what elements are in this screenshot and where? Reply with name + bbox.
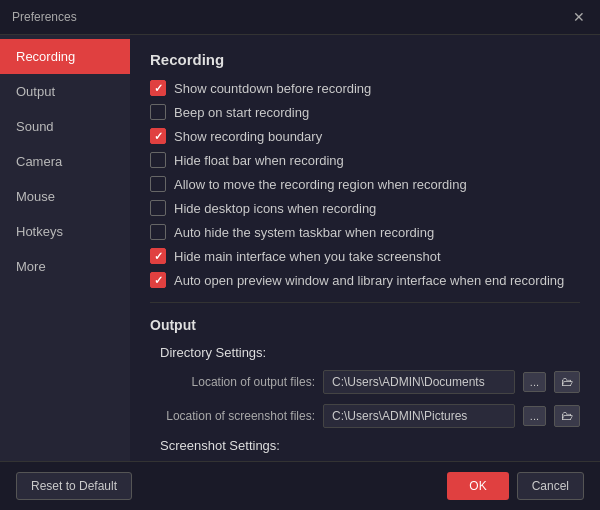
screenshot-files-label: Location of screenshot files:: [160, 409, 315, 423]
sidebar: RecordingOutputSoundCameraMouseHotkeysMo…: [0, 35, 130, 461]
output-files-folder-button[interactable]: 🗁: [554, 371, 580, 393]
checkbox-row-moveregion: Allow to move the recording region when …: [150, 176, 580, 192]
main-content: RecordingOutputSoundCameraMouseHotkeysMo…: [0, 35, 600, 461]
checkbox-moveregion[interactable]: [150, 176, 166, 192]
checkbox-row-taskbar: Auto hide the system taskbar when record…: [150, 224, 580, 240]
recording-section-title: Recording: [150, 51, 580, 68]
checkbox-label-maininterface: Hide main interface when you take screen…: [174, 249, 441, 264]
checkbox-autoopen[interactable]: [150, 272, 166, 288]
screenshot-files-input[interactable]: [323, 404, 515, 428]
sidebar-item-more[interactable]: More: [0, 249, 130, 284]
checkbox-taskbar[interactable]: [150, 224, 166, 240]
sidebar-item-hotkeys[interactable]: Hotkeys: [0, 214, 130, 249]
output-files-label: Location of output files:: [160, 375, 315, 389]
screenshot-files-row: Location of screenshot files: ... 🗁: [160, 404, 580, 428]
checkbox-label-boundary: Show recording boundary: [174, 129, 322, 144]
checkbox-boundary[interactable]: [150, 128, 166, 144]
screenshot-files-dots-button[interactable]: ...: [523, 406, 546, 426]
cancel-button[interactable]: Cancel: [517, 472, 584, 500]
output-files-dots-button[interactable]: ...: [523, 372, 546, 392]
checkbox-row-maininterface: Hide main interface when you take screen…: [150, 248, 580, 264]
directory-settings-title: Directory Settings:: [160, 345, 580, 360]
checkbox-row-boundary: Show recording boundary: [150, 128, 580, 144]
checkbox-row-countdown: Show countdown before recording: [150, 80, 580, 96]
checkbox-label-beep: Beep on start recording: [174, 105, 309, 120]
dialog-title: Preferences: [12, 10, 77, 24]
checkbox-label-desktopicons: Hide desktop icons when recording: [174, 201, 376, 216]
sidebar-item-output[interactable]: Output: [0, 74, 130, 109]
checkbox-row-autoopen: Auto open preview window and library int…: [150, 272, 580, 288]
checkbox-floatbar[interactable]: [150, 152, 166, 168]
ok-button[interactable]: OK: [447, 472, 508, 500]
sidebar-item-recording[interactable]: Recording: [0, 39, 130, 74]
close-button[interactable]: ✕: [570, 8, 588, 26]
checkbox-label-autoopen: Auto open preview window and library int…: [174, 273, 564, 288]
output-section-title: Output: [150, 317, 580, 333]
checkbox-countdown[interactable]: [150, 80, 166, 96]
checkbox-row-desktopicons: Hide desktop icons when recording: [150, 200, 580, 216]
screenshot-files-folder-button[interactable]: 🗁: [554, 405, 580, 427]
sidebar-item-mouse[interactable]: Mouse: [0, 179, 130, 214]
output-files-input[interactable]: [323, 370, 515, 394]
checkbox-label-taskbar: Auto hide the system taskbar when record…: [174, 225, 434, 240]
output-files-row: Location of output files: ... 🗁: [160, 370, 580, 394]
checkbox-label-moveregion: Allow to move the recording region when …: [174, 177, 467, 192]
title-bar: Preferences ✕: [0, 0, 600, 35]
checkbox-row-floatbar: Hide float bar when recording: [150, 152, 580, 168]
sidebar-item-sound[interactable]: Sound: [0, 109, 130, 144]
reset-to-default-button[interactable]: Reset to Default: [16, 472, 132, 500]
checkbox-desktopicons[interactable]: [150, 200, 166, 216]
footer: Reset to Default OK Cancel: [0, 461, 600, 510]
footer-right-buttons: OK Cancel: [447, 472, 584, 500]
section-divider: [150, 302, 580, 303]
sidebar-item-camera[interactable]: Camera: [0, 144, 130, 179]
preferences-dialog: Preferences ✕ RecordingOutputSoundCamera…: [0, 0, 600, 510]
checkbox-label-floatbar: Hide float bar when recording: [174, 153, 344, 168]
checkbox-label-countdown: Show countdown before recording: [174, 81, 371, 96]
checkbox-beep[interactable]: [150, 104, 166, 120]
checkbox-maininterface[interactable]: [150, 248, 166, 264]
screenshot-settings-title: Screenshot Settings:: [160, 438, 580, 453]
content-area: Recording Show countdown before recordin…: [130, 35, 600, 461]
checkbox-row-beep: Beep on start recording: [150, 104, 580, 120]
